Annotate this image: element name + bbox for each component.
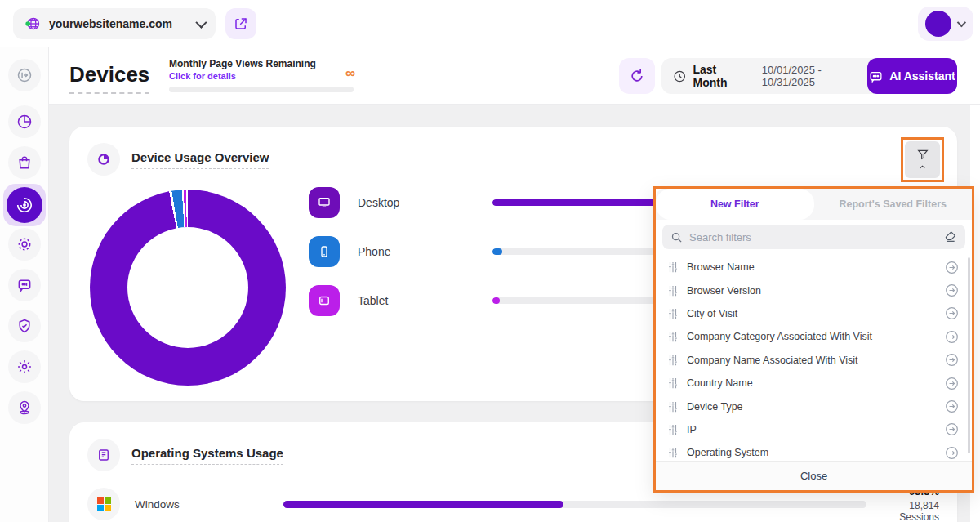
- windows-logo-icon: [87, 488, 120, 520]
- external-link-icon: [234, 16, 248, 31]
- filter-item-company-category[interactable]: Company Category Associated With Visit: [656, 325, 972, 348]
- arrow-right-circle-icon[interactable]: [945, 399, 959, 413]
- tab-saved-filters[interactable]: Report's Saved Filters: [814, 189, 973, 220]
- filter-item-city-of-visit[interactable]: City of Visit: [656, 302, 972, 325]
- search-input[interactable]: [689, 231, 938, 243]
- funnel-icon: [916, 148, 929, 161]
- infinity-icon: ∞: [345, 65, 355, 82]
- sliders-icon: [667, 401, 679, 413]
- arrow-right-circle-icon[interactable]: [945, 422, 959, 436]
- sidebar-item-visitors[interactable]: [8, 228, 41, 261]
- sidebar-item-location[interactable]: [8, 391, 41, 424]
- arrow-right-circle-icon[interactable]: [945, 353, 959, 367]
- sliders-icon: [667, 308, 679, 319]
- filter-item-company-name[interactable]: Company Name Associated With Visit: [656, 349, 972, 372]
- map-pin-icon: [16, 399, 33, 416]
- donut-chart-icon: [87, 143, 120, 176]
- filter-item-browser-name[interactable]: Browser Name: [656, 256, 972, 279]
- filter-list: Browser Name Browser Version City of Vis…: [656, 252, 972, 461]
- arrow-right-circle-icon[interactable]: [945, 330, 959, 344]
- filter-panel: New Filter Report's Saved Filters Browse…: [653, 186, 974, 493]
- filter-button-highlight: [901, 137, 944, 182]
- sidebar-item-dashboard[interactable]: [8, 105, 41, 138]
- date-range-value: 10/01/2025 - 10/31/2025: [762, 64, 874, 88]
- avatar: [925, 11, 951, 37]
- os-sessions: 18,814 Sessions: [866, 500, 939, 522]
- sliders-icon: [667, 447, 679, 458]
- filter-item-country-name[interactable]: Country Name: [656, 372, 972, 395]
- filter-tabs: New Filter Report's Saved Filters: [656, 189, 972, 220]
- sliders-icon: [667, 261, 679, 273]
- filter-item-device-type[interactable]: Device Type: [656, 395, 972, 417]
- focus-target-icon: [16, 236, 33, 252]
- page-title: Devices: [69, 62, 149, 94]
- filter-button[interactable]: [905, 141, 940, 178]
- filter-list-scrollbar[interactable]: [968, 257, 970, 453]
- filter-close-button[interactable]: Close: [656, 461, 972, 490]
- sidebar-item-privacy[interactable]: [8, 310, 41, 342]
- arrow-right-circle-icon[interactable]: [945, 446, 959, 460]
- desktop-icon: [309, 187, 340, 218]
- quota-progress-bar: [169, 87, 354, 92]
- phone-icon: [309, 236, 340, 267]
- search-icon: [670, 231, 683, 243]
- chevron-up-icon: [918, 163, 927, 172]
- legend-label: Tablet: [358, 294, 492, 307]
- arrow-right-circle-icon[interactable]: [945, 283, 959, 297]
- website-globe-icon: [24, 16, 41, 32]
- website-selector[interactable]: yourwebsitename.com: [13, 8, 216, 39]
- quota-label: Monthly Page Views Remaining: [169, 58, 357, 69]
- ai-assistant-label: AI Assistant: [889, 69, 955, 83]
- filter-item-operating-system[interactable]: Operating System: [656, 441, 972, 461]
- legend-label: Phone: [358, 245, 492, 258]
- chat-bubble-icon: [16, 277, 33, 293]
- eraser-icon: [944, 230, 957, 243]
- sidebar: [0, 47, 49, 522]
- quota-block: Monthly Page Views Remaining Click for d…: [169, 58, 357, 92]
- document-icon: [87, 439, 120, 471]
- ai-assistant-button[interactable]: AI Assistant: [867, 58, 957, 94]
- sliders-icon: [667, 424, 679, 435]
- sidebar-item-ecommerce[interactable]: [8, 146, 41, 179]
- sliders-icon: [667, 331, 679, 342]
- quota-details-link[interactable]: Click for details: [169, 71, 357, 81]
- arrow-right-circle-icon[interactable]: [945, 306, 959, 320]
- filter-item-browser-version[interactable]: Browser Version: [656, 279, 972, 301]
- chevron-down-icon: [957, 18, 966, 27]
- page-header: Devices Monthly Page Views Remaining Cli…: [49, 47, 980, 105]
- shopping-bag-icon: [16, 154, 33, 171]
- website-name: yourwebsitename.com: [49, 17, 196, 30]
- sidebar-item-communication[interactable]: [8, 269, 41, 301]
- tab-new-filter[interactable]: New Filter: [656, 189, 814, 220]
- pie-chart-icon: [16, 114, 33, 130]
- arrow-right-circle-icon[interactable]: [945, 261, 959, 274]
- account-menu[interactable]: [918, 7, 973, 41]
- tablet-icon: [309, 285, 340, 316]
- sliders-icon: [667, 355, 679, 366]
- sliders-icon: [667, 377, 679, 389]
- chevron-down-icon: [195, 17, 207, 29]
- filter-search: [662, 225, 965, 249]
- refresh-button[interactable]: [619, 58, 655, 94]
- radar-icon: [7, 187, 42, 223]
- device-card-title: Device Usage Overview: [131, 150, 269, 169]
- os-card-title: Operating Systems Usage: [131, 446, 283, 465]
- gear-icon: [16, 359, 33, 375]
- open-website-button[interactable]: [225, 8, 256, 39]
- windows-usage-bar: [283, 501, 866, 508]
- page: yourwebsitename.com: [0, 0, 980, 522]
- sidebar-item-settings[interactable]: [8, 350, 41, 383]
- arrow-right-circle-icon[interactable]: [945, 377, 959, 390]
- chat-ai-icon: [869, 69, 883, 83]
- sidebar-item-behaviour-active[interactable]: [3, 184, 46, 226]
- date-preset-label: Last Month: [693, 63, 751, 89]
- date-range-selector[interactable]: Last Month 10/01/2025 - 10/31/2025: [662, 58, 898, 94]
- filter-item-ip[interactable]: IP: [656, 418, 972, 441]
- os-label: Windows: [135, 498, 265, 511]
- topbar: yourwebsitename.com: [0, 0, 980, 47]
- clock-icon: [673, 69, 686, 83]
- refresh-icon: [629, 68, 645, 84]
- expand-sidebar-icon: [16, 67, 33, 83]
- device-donut-chart[interactable]: [90, 190, 286, 386]
- sidebar-item-expand[interactable]: [8, 59, 41, 91]
